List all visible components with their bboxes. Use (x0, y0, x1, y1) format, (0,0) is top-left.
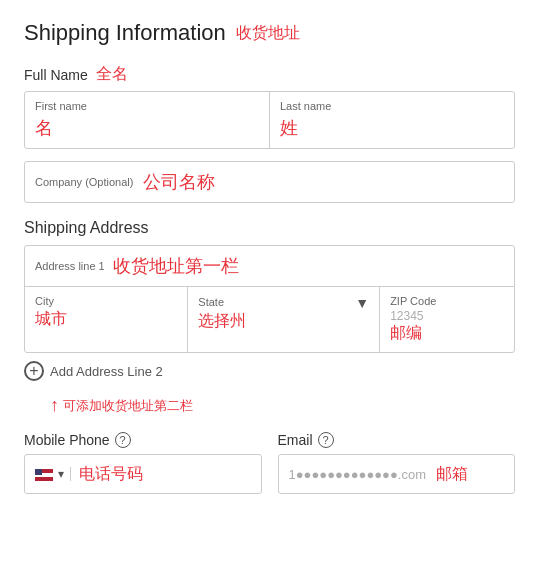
address-line1-label: Address line 1 (35, 260, 105, 272)
address-line1-row[interactable]: Address line 1 收货地址第一栏 (25, 246, 514, 287)
state-dropdown-arrow[interactable]: ▼ (355, 295, 369, 311)
mobile-phone-input[interactable]: ▾ 电话号码 (24, 454, 262, 494)
first-name-cell[interactable]: First name 名 (25, 92, 270, 148)
shipping-address-label: Shipping Address (24, 219, 515, 237)
first-name-zh: 名 (35, 116, 259, 140)
add-line2-zh: 可添加收货地址第二栏 (63, 397, 193, 415)
email-label: Email ? (278, 432, 516, 448)
city-zh: 城市 (35, 309, 177, 330)
zip-cell[interactable]: ZIP Code 12345 邮编 (380, 287, 514, 352)
email-input[interactable]: 1●●●●●●●●●●●●●.com 邮箱 (278, 454, 516, 494)
zip-label: ZIP Code (390, 295, 504, 307)
state-cell[interactable]: State ▼ 选择州 (188, 287, 380, 352)
page-title: Shipping Information 收货地址 (24, 20, 515, 46)
page-title-zh: 收货地址 (236, 23, 300, 44)
last-name-zh: 姓 (280, 116, 504, 140)
email-value-zh: 邮箱 (436, 464, 468, 485)
page-title-text: Shipping Information (24, 20, 226, 46)
email-help-icon[interactable]: ? (318, 432, 334, 448)
zip-zh: 邮编 (390, 323, 504, 344)
add-address-line2-button[interactable]: + Add Address Line 2 (24, 361, 515, 381)
red-arrow-icon: ↑ (50, 395, 59, 416)
mobile-phone-help-icon[interactable]: ? (115, 432, 131, 448)
city-label: City (35, 295, 177, 307)
phone-value-zh: 电话号码 (79, 464, 143, 485)
name-row: First name 名 Last name 姓 (25, 92, 514, 148)
zip-placeholder: 12345 (390, 309, 504, 323)
company-cell[interactable]: Company (Optional) 公司名称 (25, 162, 514, 202)
company-box: Company (Optional) 公司名称 (24, 161, 515, 203)
address-box: Address line 1 收货地址第一栏 City 城市 State ▼ 选… (24, 245, 515, 353)
add-line2-annotation: ↑ 可添加收货地址第二栏 (50, 395, 515, 416)
shipping-address-section: Shipping Address Address line 1 收货地址第一栏 … (24, 219, 515, 416)
add-icon: + (24, 361, 44, 381)
full-name-label: Full Name 全名 (24, 64, 515, 85)
state-label: State (198, 296, 224, 308)
contact-row: Mobile Phone ? ▾ 电话号码 Email ? 1●●●●●●●●●… (24, 432, 515, 494)
company-row: Company (Optional) 公司名称 (25, 162, 514, 202)
add-line2-text: Add Address Line 2 (50, 364, 163, 379)
city-state-zip-row: City 城市 State ▼ 选择州 ZIP Code 12345 邮编 (25, 287, 514, 352)
phone-prefix: ▾ (35, 467, 71, 481)
city-cell[interactable]: City 城市 (25, 287, 188, 352)
svg-rect-3 (35, 469, 42, 475)
last-name-cell[interactable]: Last name 姓 (270, 92, 514, 148)
state-zh: 选择州 (198, 311, 369, 332)
svg-rect-2 (35, 477, 53, 481)
company-zh: 公司名称 (143, 170, 215, 194)
first-name-label: First name (35, 100, 259, 112)
last-name-label: Last name (280, 100, 504, 112)
mobile-phone-group: Mobile Phone ? ▾ 电话号码 (24, 432, 262, 494)
email-group: Email ? 1●●●●●●●●●●●●●.com 邮箱 (278, 432, 516, 494)
mobile-phone-label: Mobile Phone ? (24, 432, 262, 448)
company-label: Company (Optional) (35, 176, 133, 188)
state-header: State ▼ (198, 295, 369, 311)
full-name-box: First name 名 Last name 姓 (24, 91, 515, 149)
full-name-section: Full Name 全名 First name 名 Last name 姓 Co… (24, 64, 515, 203)
email-blurred-text: 1●●●●●●●●●●●●●.com (289, 467, 426, 482)
address-line1-zh: 收货地址第一栏 (113, 254, 239, 278)
